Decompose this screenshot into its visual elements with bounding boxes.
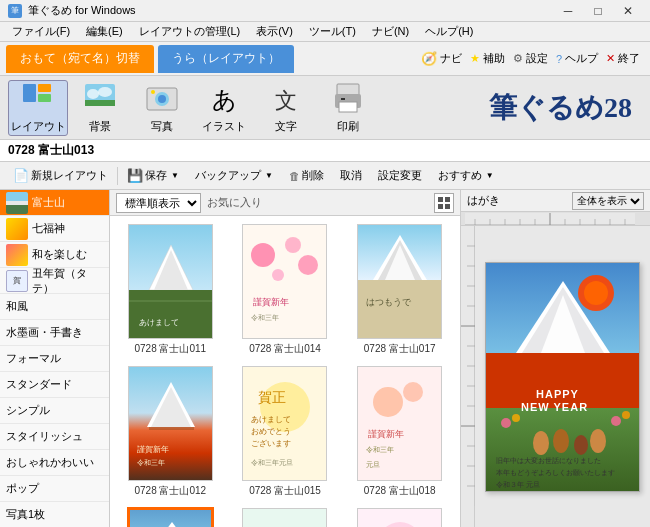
- help2-button[interactable]: ★ 補助: [470, 51, 505, 66]
- thumb-011[interactable]: あけまして: [128, 224, 213, 339]
- undo-button[interactable]: 取消: [333, 165, 369, 186]
- thumb-017[interactable]: はつもうで: [357, 224, 442, 339]
- menu-view[interactable]: 表示(V): [248, 22, 301, 41]
- svg-rect-24: [129, 290, 213, 339]
- thumb-item-015[interactable]: 賀正 あけまして おめでとう ございます 令和三年元旦 0728 富士山015: [233, 366, 338, 498]
- navi-button[interactable]: 🧭 ナビ: [421, 51, 462, 66]
- delete-button[interactable]: 🗑 削除: [282, 165, 331, 186]
- sidebar-item-pop[interactable]: ポップ: [0, 476, 109, 502]
- save-button[interactable]: 💾 保存 ▼: [120, 165, 186, 186]
- settings-button[interactable]: ⚙ 設定: [513, 51, 548, 66]
- preview-view-select[interactable]: 全体を表示: [572, 192, 644, 210]
- layout-button[interactable]: レイアウト: [8, 80, 68, 136]
- thumb-018[interactable]: 謹賀新年 令和三年 元旦: [357, 366, 442, 481]
- sidebar: 富士山 七福神 和を楽しむ 賀 丑年賀（タテ） 和風 水墨画・手書き フォーマル…: [0, 190, 110, 527]
- content-header: 0728 富士山013: [0, 140, 650, 162]
- new-layout-button[interactable]: 📄 新規レイアウト: [6, 165, 115, 186]
- thumb-item-013[interactable]: ほんねん もよろしく 0728 富士山013: [118, 508, 223, 527]
- thumb-016[interactable]: 謹賀新年 ほんねんも よろしく 令和三年: [242, 508, 327, 527]
- window-title: 筆ぐるめ for Windows: [28, 3, 136, 18]
- menu-edit[interactable]: 編集(E): [78, 22, 131, 41]
- svg-text:令和三年元旦: 令和三年元旦: [251, 459, 293, 467]
- sidebar-item-standard[interactable]: スタンダード: [0, 372, 109, 398]
- thumb-015-label: 0728 富士山015: [249, 484, 321, 498]
- title-bar: 筆 筆ぐるめ for Windows ─ □ ✕: [0, 0, 650, 22]
- grid-view-button[interactable]: [434, 193, 454, 213]
- thumb-item-016[interactable]: 謹賀新年 ほんねんも よろしく 令和三年 0728 富士山016: [233, 508, 338, 527]
- thumb-013[interactable]: ほんねん もよろしく: [128, 508, 213, 527]
- menu-tools[interactable]: ツール(T): [301, 22, 364, 41]
- title-bar-controls: ─ □ ✕: [554, 2, 642, 20]
- maximize-button[interactable]: □: [584, 2, 612, 20]
- thumb-015[interactable]: 賀正 あけまして おめでとう ございます 令和三年元旦: [242, 366, 327, 481]
- text-icon: 文: [268, 81, 304, 117]
- thumb-item-017[interactable]: はつもうで 0728 富士山017: [347, 224, 452, 356]
- sidebar-item-stylish[interactable]: スタイリッシュ: [0, 424, 109, 450]
- exit-button[interactable]: ✕ 終了: [606, 51, 640, 66]
- thumb-012[interactable]: 謹賀新年 令和三年: [128, 366, 213, 481]
- svg-point-10: [151, 90, 155, 94]
- menu-help[interactable]: ヘルプ(H): [417, 22, 481, 41]
- thumb-item-012[interactable]: 謹賀新年 令和三年 0728 富士山012: [118, 366, 223, 498]
- tab-omote[interactable]: おもて（宛て名）切替: [6, 45, 154, 73]
- preview-card-svg: HAPPY NEW YEAR 旧年中は大変お世話になりました 本年もどうぞよろし…: [486, 263, 640, 492]
- sidebar-item-photo1[interactable]: 写真1枚: [0, 502, 109, 527]
- svg-rect-43: [149, 427, 194, 430]
- svg-point-9: [158, 95, 166, 103]
- illust-button[interactable]: あ イラスト: [194, 80, 254, 136]
- sidebar-item-fuji[interactable]: 富士山: [0, 190, 109, 216]
- gear-icon: ⚙: [513, 52, 523, 65]
- thumb-item-014[interactable]: 謹賀新年 令和三年 0728 富士山014: [233, 224, 338, 356]
- print-icon: [330, 81, 366, 117]
- svg-text:令和三年: 令和三年: [366, 446, 394, 454]
- fuji-icon: [6, 192, 28, 214]
- sidebar-item-suiboku[interactable]: 水墨画・手書き: [0, 320, 109, 346]
- top-toolbar: おもて（宛て名）切替 うら（レイアウト） 🧭 ナビ ★ 補助 ⚙ 設定 ? ヘル…: [0, 42, 650, 76]
- svg-text:令和三年: 令和三年: [137, 459, 165, 467]
- thumb-019[interactable]: 謹賀新年 ほんねんも よろしく 令和三年元旦: [357, 508, 442, 527]
- tab-ura[interactable]: うら（レイアウト）: [158, 45, 294, 73]
- svg-point-54: [373, 387, 403, 417]
- new-layout-icon: 📄: [13, 168, 29, 183]
- close-button[interactable]: ✕: [614, 2, 642, 20]
- menu-layout-manage[interactable]: レイアウトの管理(L): [131, 22, 248, 41]
- favorite-label[interactable]: お気に入り: [207, 195, 262, 210]
- text-button[interactable]: 文 文字: [256, 80, 316, 136]
- sidebar-item-wafuu[interactable]: 和風: [0, 294, 109, 320]
- thumb-item-018[interactable]: 謹賀新年 令和三年 元旦 0728 富士山018: [347, 366, 452, 498]
- menu-file[interactable]: ファイル(F): [4, 22, 78, 41]
- svg-text:あ: あ: [212, 87, 237, 113]
- sidebar-item-7fuku[interactable]: 七福神: [0, 216, 109, 242]
- thumb-014[interactable]: 謹賀新年 令和三年: [242, 224, 327, 339]
- svg-rect-38: [358, 280, 442, 339]
- svg-text:はつもうで: はつもうで: [366, 297, 412, 307]
- save-chevron: ▼: [171, 171, 179, 180]
- recommend-button[interactable]: おすすめ ▼: [431, 165, 501, 186]
- sidebar-item-wa[interactable]: 和を楽しむ: [0, 242, 109, 268]
- sidebar-item-formal[interactable]: フォーマル: [0, 346, 109, 372]
- top-right-buttons: 🧭 ナビ ★ 補助 ⚙ 設定 ? ヘルプ ✕ 終了: [421, 51, 650, 66]
- svg-point-29: [285, 237, 301, 253]
- sidebar-item-nengajo[interactable]: 賀 丑年賀（タテ）: [0, 268, 109, 294]
- svg-text:令和三年: 令和三年: [251, 314, 279, 322]
- print-button[interactable]: 印刷: [318, 80, 378, 136]
- photo-button[interactable]: 写真: [132, 80, 192, 136]
- app-title: 筆ぐるめ28: [489, 89, 632, 127]
- background-button[interactable]: 背景: [70, 80, 130, 136]
- view-mode-select[interactable]: 標準順表示: [116, 193, 201, 213]
- change-settings-button[interactable]: 設定変更: [371, 165, 429, 186]
- menu-navi[interactable]: ナビ(N): [364, 22, 417, 41]
- svg-point-31: [272, 269, 284, 281]
- ruler-top: [461, 212, 650, 226]
- thumb-017-label: 0728 富士山017: [364, 342, 436, 356]
- svg-point-115: [501, 418, 511, 428]
- thumb-item-019[interactable]: 謹賀新年 ほんねんも よろしく 令和三年元旦 0728 富士山019: [347, 508, 452, 527]
- minimize-button[interactable]: ─: [554, 2, 582, 20]
- backup-button[interactable]: バックアップ ▼: [188, 165, 280, 186]
- svg-text:謹賀新年: 謹賀新年: [137, 445, 169, 454]
- 7fuku-icon: [6, 218, 28, 240]
- thumb-item-011[interactable]: あけまして 0728 富士山011: [118, 224, 223, 356]
- help-button[interactable]: ? ヘルプ: [556, 51, 598, 66]
- sidebar-item-simple[interactable]: シンプル: [0, 398, 109, 424]
- sidebar-item-oshare[interactable]: おしゃれかわいい: [0, 450, 109, 476]
